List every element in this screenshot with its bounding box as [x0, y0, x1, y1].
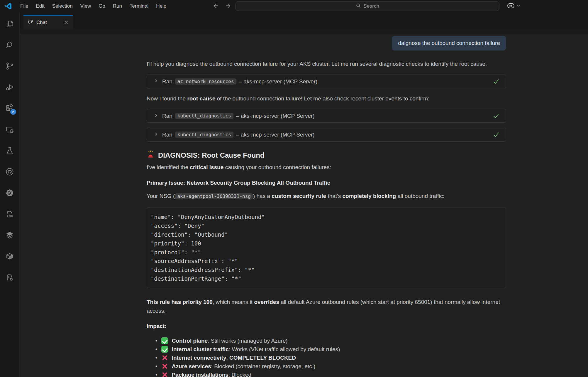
assistant-paragraph-found: Now I found the root cause of the outbou…	[147, 95, 506, 102]
svg-text:C++: C++	[8, 276, 12, 278]
menu-item-file[interactable]: File	[16, 0, 32, 12]
menu-item-terminal[interactable]: Terminal	[126, 0, 152, 12]
nsg-rule-code-block: "name": "DenyAnyCustomAnyOutbound" "acce…	[147, 208, 506, 288]
kubernetes-wheel-icon	[5, 188, 14, 198]
bullet-dot: •	[155, 338, 157, 344]
beaker-icon	[5, 146, 14, 156]
impact-list: • Control plane: Still works (managed by…	[147, 336, 506, 377]
tool-server: – aks-mcp-server (MCP Server)	[236, 113, 315, 119]
sidebar-item-github[interactable]	[5, 168, 14, 177]
bullet-dot: •	[155, 355, 157, 361]
sidebar-item-extensions[interactable]: 2	[5, 105, 14, 113]
back-arrow-icon[interactable]	[212, 2, 219, 11]
impact-item-text: Internet connectivity: COMPLETELY BLOCKE…	[172, 355, 296, 361]
cross-icon	[161, 371, 168, 377]
cross-icon	[161, 354, 168, 361]
diagnosis-heading-text: DIAGNOSIS: Root Cause Found	[158, 151, 265, 159]
chevron-right-icon	[153, 132, 158, 138]
svg-text:LOG: LOG	[7, 214, 13, 218]
menu-item-run[interactable]: Run	[109, 0, 126, 12]
success-check-icon	[492, 131, 500, 139]
sidebar-item-log-viewer[interactable]: LOG	[5, 210, 14, 219]
tab-label: Chat	[36, 20, 47, 26]
activity-bar: 2	[0, 12, 20, 377]
cross-icon	[161, 363, 168, 370]
impact-item-text: Control plane: Still works (managed by A…	[172, 338, 288, 344]
chevron-right-icon	[153, 78, 158, 85]
search-placeholder: Search	[363, 3, 379, 9]
cpp-file-gear-icon: C++	[5, 273, 14, 283]
impact-item-text: Azure services: Blocked (container regis…	[172, 363, 316, 370]
success-check-icon	[492, 78, 500, 85]
impact-item-internet: • Internet connectivity: COMPLETELY BLOC…	[155, 354, 506, 362]
log-file-icon: LOG	[5, 210, 14, 220]
assistant-paragraph-identified: I've identified the critical issue causi…	[147, 164, 506, 171]
chat-panel: daignose the outbound connection failure…	[20, 29, 588, 377]
menu-item-help[interactable]: Help	[152, 0, 170, 12]
search-icon	[5, 41, 14, 51]
tool-server: – aks-mcp-server (MCP Server)	[236, 132, 315, 138]
assistant-paragraph-priority: This rule has priority 100, which means …	[147, 298, 503, 315]
vscode-window: File Edit Selection View Go Run Terminal…	[0, 0, 588, 377]
close-icon[interactable]	[63, 20, 69, 25]
tool-call-row-az-network-resources[interactable]: Ran az_network_resources – aks-mcp-serve…	[147, 75, 506, 88]
impact-item-internal-traffic: • Internal cluster traffic: Works (VNet …	[155, 345, 506, 354]
tool-action: Ran	[162, 113, 172, 119]
chevron-down-icon	[516, 4, 521, 9]
remote-monitor-icon	[5, 125, 14, 135]
sidebar-item-explorer[interactable]	[5, 20, 14, 29]
code-line: "destinationPortRange": "*"	[151, 274, 502, 283]
chat-content: daignose the outbound connection failure…	[147, 36, 506, 377]
menu-item-go[interactable]: Go	[95, 0, 109, 12]
forward-arrow-icon[interactable]	[225, 2, 232, 11]
code-line: "access": "Deny"	[151, 221, 502, 230]
sidebar-item-remote-explorer[interactable]	[5, 126, 14, 134]
sidebar-item-testing[interactable]	[5, 147, 14, 156]
impact-item-control-plane: • Control plane: Still works (managed by…	[155, 336, 506, 345]
sidebar-item-containers[interactable]	[5, 253, 14, 261]
menu-item-selection[interactable]: Selection	[48, 0, 77, 12]
bullet-dot: •	[155, 346, 157, 353]
git-branch-icon	[5, 62, 14, 72]
sidebar-item-kubernetes[interactable]	[5, 189, 14, 198]
sidebar-item-layers[interactable]	[5, 231, 14, 240]
github-octocat-icon	[5, 167, 14, 177]
code-line: "sourceAddressPrefix": "*"	[151, 257, 502, 265]
menu-item-view[interactable]: View	[77, 0, 95, 12]
tool-server: – aks-mcp-server (MCP Server)	[239, 78, 318, 85]
sidebar-item-search[interactable]	[5, 41, 14, 50]
impact-item-text: Package installations: Blocked	[172, 372, 251, 377]
tool-action: Ran	[162, 132, 172, 138]
command-center-search[interactable]: Search	[235, 1, 499, 11]
tool-name-chip: az_network_resources	[175, 78, 236, 85]
impact-item-packages: • Package installations: Blocked	[155, 371, 506, 377]
impact-item-text: Internal cluster traffic: Works (VNet tr…	[172, 346, 340, 353]
primary-issue-title: Primary Issue: Network Security Group Bl…	[147, 179, 506, 187]
tool-name-chip: kubectl_diagnostics	[175, 132, 233, 138]
titlebar: File Edit Selection View Go Run Terminal…	[0, 0, 588, 13]
assistant-paragraph-intro: I'll help you diagnose the outbound conn…	[147, 60, 506, 68]
scrolled-content-edge	[20, 29, 588, 34]
bullet-dot: •	[155, 363, 157, 370]
bullet-dot: •	[155, 372, 157, 377]
copilot-robot-icon	[507, 2, 515, 10]
assistant-paragraph-nsg: Your NSG (aks-agentpool-30398331-nsg) ha…	[147, 192, 506, 200]
editor-area: Chat daignose the outbound connection fa…	[20, 12, 588, 377]
sidebar-item-run-and-debug[interactable]	[5, 83, 14, 92]
tool-call-row-kubectl-diagnostics-1[interactable]: Ran kubectl_diagnostics – aks-mcp-server…	[147, 109, 506, 123]
sidebar-item-source-control[interactable]	[5, 62, 14, 71]
check-icon	[161, 337, 168, 344]
sidebar-item-cpp-tools[interactable]: C++	[5, 274, 14, 282]
layers-icon	[5, 231, 14, 241]
tab-bar: Chat	[20, 12, 588, 29]
code-line: "name": "DenyAnyCustomAnyOutbound"	[151, 213, 502, 221]
extensions-badge: 2	[10, 108, 17, 115]
tab-chat[interactable]: Chat	[23, 15, 73, 29]
copilot-button[interactable]	[507, 0, 521, 12]
menu-item-edit[interactable]: Edit	[32, 0, 48, 12]
code-line: "destinationAddressPrefix": "*"	[151, 265, 502, 274]
code-line: "direction": "Outbound"	[151, 230, 502, 239]
tool-call-row-kubectl-diagnostics-2[interactable]: Ran kubectl_diagnostics – aks-mcp-server…	[147, 128, 506, 142]
tool-action: Ran	[162, 78, 172, 85]
code-line: "protocol": "*"	[151, 248, 502, 257]
